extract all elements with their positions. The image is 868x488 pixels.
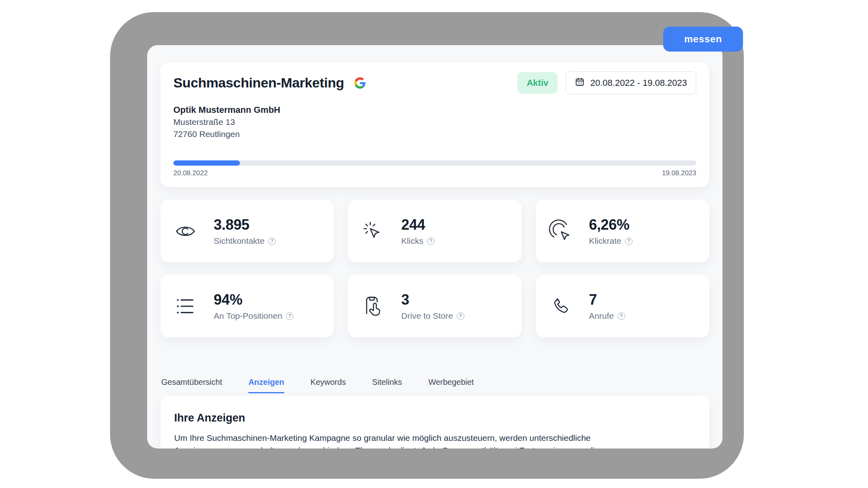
click-rate-icon [550, 221, 571, 242]
customer-address: Optik Mustermann GmbH Musterstraße 13 72… [173, 104, 696, 140]
stat-label: Anrufe [589, 311, 614, 321]
list-icon [175, 296, 196, 317]
dashboard-screen: Suchmaschinen-Marketing Aktiv [147, 45, 722, 449]
section-tabs: Gesamtübersicht Anzeigen Keywords Siteli… [161, 378, 709, 393]
company-name: Optik Mustermann GmbH [173, 104, 696, 116]
progress-start-date: 20.08.2022 [173, 169, 208, 177]
stat-card-klickrate: 6,26% Klickrate ? [536, 200, 709, 262]
tab-sitelinks[interactable]: Sitelinks [372, 378, 402, 393]
stat-label: Drive to Store [401, 311, 453, 321]
stat-card-sichtkontakte: 3.895 Sichtkontakte ? [160, 200, 334, 262]
tab-gesamtuebersicht[interactable]: Gesamtübersicht [161, 378, 222, 393]
google-logo-icon [354, 77, 366, 89]
date-range-picker[interactable]: 20.08.2022 - 19.08.2023 [566, 71, 696, 94]
stat-card-drive-to-store: 3 Drive to Store ? [348, 275, 521, 337]
stat-value: 94% [214, 291, 293, 308]
help-icon[interactable]: ? [286, 312, 293, 320]
stat-card-anrufe: 7 Anrufe ? [536, 275, 709, 337]
campaign-title: Suchmaschinen-Marketing [173, 75, 344, 91]
company-city: 72760 Reutlingen [173, 128, 696, 140]
ads-section-body: Um Ihre Suchmaschinen-Marketing Kampagne… [174, 432, 608, 449]
calendar-icon [575, 77, 585, 89]
stat-card-top-positionen: 94% An Top-Positionen ? [160, 275, 334, 337]
stat-value: 7 [589, 291, 625, 308]
ads-section-heading: Ihre Anzeigen [174, 412, 695, 424]
page: messen Suchmaschinen-Marketing [0, 0, 868, 488]
campaign-progress-bar [173, 160, 696, 166]
stat-label: Sichtkontakte [214, 236, 264, 246]
ads-section-card: Ihre Anzeigen Um Ihre Suchmaschinen-Mark… [160, 396, 709, 449]
phone-tap-icon [362, 296, 383, 317]
date-range-value: 20.08.2022 - 19.08.2023 [590, 78, 687, 88]
help-icon[interactable]: ? [618, 312, 625, 320]
tab-werbegebiet[interactable]: Werbegebiet [428, 378, 474, 393]
stat-label: Klicks [401, 236, 423, 246]
company-street: Musterstraße 13 [173, 116, 696, 128]
campaign-header-card: Suchmaschinen-Marketing Aktiv [160, 62, 709, 187]
progress-end-date: 19.08.2023 [662, 169, 696, 177]
stats-grid: 3.895 Sichtkontakte ? [160, 200, 709, 337]
stat-label: Klickrate [589, 236, 622, 246]
tab-anzeigen[interactable]: Anzeigen [248, 378, 284, 393]
stat-value: 3 [401, 291, 464, 308]
tab-keywords[interactable]: Keywords [310, 378, 346, 393]
measure-button[interactable]: messen [663, 27, 743, 52]
help-icon[interactable]: ? [625, 237, 633, 245]
help-icon[interactable]: ? [427, 237, 435, 245]
help-icon[interactable]: ? [268, 237, 276, 245]
stat-label: An Top-Positionen [214, 311, 282, 321]
phone-icon [550, 296, 571, 317]
cursor-click-icon [362, 221, 383, 242]
help-icon[interactable]: ? [457, 312, 464, 320]
stat-card-klicks: 244 Klicks ? [348, 200, 521, 262]
stat-value: 6,26% [589, 216, 633, 233]
progress-fill [173, 160, 240, 166]
status-badge: Aktiv [517, 72, 558, 94]
eye-icon [175, 221, 196, 242]
stat-value: 3.895 [214, 216, 276, 233]
stat-value: 244 [401, 216, 435, 233]
